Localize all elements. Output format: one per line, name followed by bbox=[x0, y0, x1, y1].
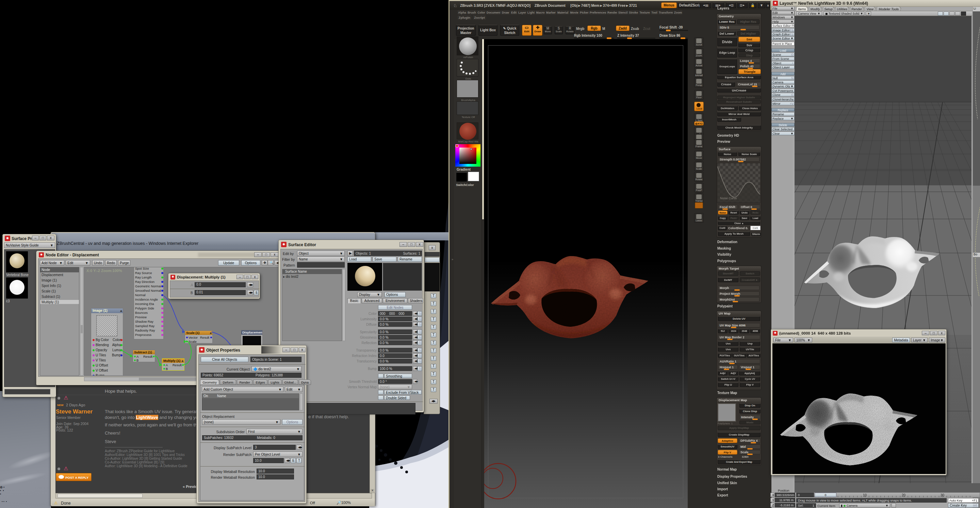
svg-text:30: 30 bbox=[940, 494, 945, 497]
svg-text:Noise Curve: Noise Curve bbox=[720, 197, 737, 200]
svg-text:10: 10 bbox=[863, 494, 867, 497]
svg-text:20: 20 bbox=[902, 494, 906, 497]
